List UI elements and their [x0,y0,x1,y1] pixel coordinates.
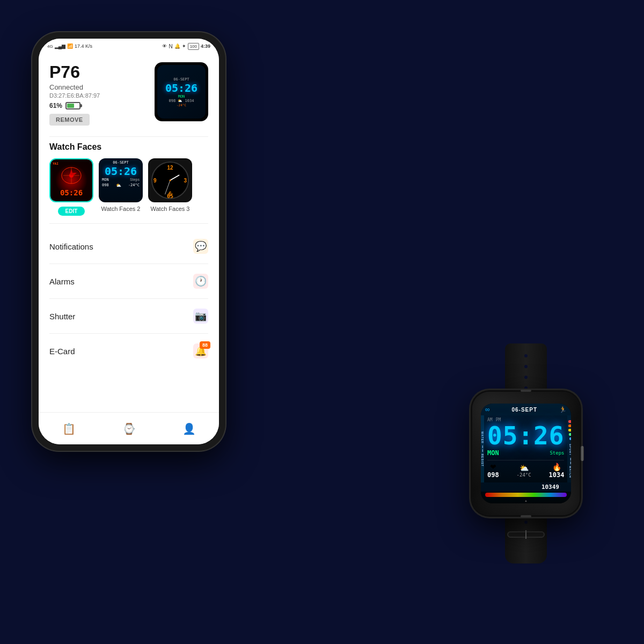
watch-faces-title: Watch Faces [49,142,208,152]
temperature-display: -24°C [517,472,531,478]
nav-item-profile[interactable]: 👤 [172,419,207,438]
band-hole-7 [524,521,528,524]
ecard-menu-item[interactable]: E-Card 🔔 88 [49,334,208,368]
bar-5 [569,437,571,440]
face-2-bg: 06-SEPT 05:26 MON Steps 098 ⛅ -24°C [99,158,143,202]
watch-face-3[interactable]: 12 3 6 9 65 Watch Faces 3 [148,158,192,216]
watch-face-image-3: 12 3 6 9 65 [148,158,192,202]
sport-watch-text: SPORT ❙❙ WATCH [569,444,571,478]
day-steps-row: MON Steps [487,449,564,457]
shutter-label: Shutter [49,312,75,321]
day-display: MON [487,449,499,457]
signal-bars: ▂▄▆ [55,43,65,49]
face-2-time: 05:26 [99,166,143,177]
watch-nav-icon: ⌚ [122,422,136,435]
analog-3: 3 [184,178,187,184]
eye-icon: 👁 [162,43,167,49]
energy-icon: 🔥 [552,463,561,471]
clock-display: 4:39 [201,43,210,49]
nav-item-list[interactable]: 📋 [52,419,86,438]
status-bar: 4G ▂▄▆ 📶 17.4 K/s 👁 N 🔔 ✦ 100 4:39 [39,39,219,54]
app-content: P76 Connected D3:27:E6:BA:87:97 61% REMO… [39,54,219,412]
steps-count-bar: 10349 [481,482,571,492]
wifi-icon: 📶 [67,43,73,49]
heart-rate-value: 098 [487,471,499,479]
alarm-icon: 🔔 [174,43,180,49]
shutter-icon: 📷 [193,309,208,324]
bottom-indicator [521,515,531,517]
band-buckle [507,531,545,538]
data-speed: 17.4 K/s [75,43,92,49]
watch-face-label-3: Watch Faces 3 [151,206,190,212]
watch-screen: ∞ 06-SEPT 🏃 WATER ❙❙ RESIST AM PM [481,404,571,503]
battery-percentage: 61% [49,102,62,109]
battery-row: 61% [49,102,149,109]
battery-status: 100 [188,43,199,50]
analog-9: 9 [153,178,157,184]
link-icon: ∞ [485,406,490,413]
thumbnail-image: 06-SEPT 05:26 MON 098 ⛅ 1034 -24°C [157,65,206,119]
hour-hand [170,174,180,181]
face-3-bg: 12 3 6 9 65 [148,158,192,202]
top-indicator [521,390,531,392]
screen-top-bar: ∞ 06-SEPT 🏃 [481,404,571,415]
edit-badge[interactable]: EDIT [58,207,85,216]
watch-faces-row: YAI 05:26 EDIT [49,158,208,216]
battery-icon [65,102,80,109]
profile-nav-icon: 👤 [182,422,196,435]
divider-2 [49,223,208,224]
watch-face-1[interactable]: YAI 05:26 EDIT [49,158,93,216]
face-2-date: 06-SEPT [99,160,143,165]
shutter-menu-item[interactable]: Shutter 📷 [49,299,208,334]
heart-metric: ❤ 098 [487,463,499,479]
remove-button[interactable]: REMOVE [49,114,90,126]
bluetooth-icon: ✦ [182,43,186,49]
watch-face-label-2: Watch Faces 2 [101,206,141,212]
device-name: P76 [49,62,149,82]
device-info: P76 Connected D3:27:E6:BA:87:97 61% REMO… [49,62,149,126]
watch-case: ∞ 06-SEPT 🏃 WATER ❙❙ RESIST AM PM [472,392,580,515]
bar-4 [569,433,571,436]
energy-value: 1034 [549,471,565,479]
notifications-menu-item[interactable]: Notifications 💬 [49,229,208,264]
nav-item-watch[interactable]: ⌚ [112,419,147,438]
screen-center: AM PM 05:26 MON Steps ❤ 098 [484,415,567,482]
ecard-label: E-Card [49,347,75,356]
notifications-label: Notifications [49,242,93,251]
alarms-icon: 🕐 [193,274,208,289]
right-sidebar: SPORT ❙❙ WATCH [567,415,571,482]
bar-2 [568,425,571,427]
heart-icon: ❤ [490,463,496,471]
device-mac: D3:27:E6:BA:87:97 [49,92,149,99]
network-indicator: 4G [47,44,53,49]
bar-1 [568,420,571,423]
list-nav-icon: 📋 [62,422,76,435]
weather-metric: ⛅ -24°C [517,464,531,478]
metrics-row: ❤ 098 ⛅ -24°C 🔥 1034 [487,460,564,479]
buckle-pin [525,530,526,539]
phone-mockup: 4G ▂▄▆ 📶 17.4 K/s 👁 N 🔔 ✦ 100 4:39 P76 C… [32,32,225,451]
bottom-indicators: ▲ [481,498,571,503]
weather-icon: ⛅ [519,464,529,472]
analog-time-display: 65 [148,193,192,199]
watch-face-image-1: YAI 05:26 [49,158,93,202]
status-right: 👁 N 🔔 ✦ 100 4:39 [162,43,210,50]
date-display: 06-SEPT [511,407,537,413]
watch-face-image-2: 06-SEPT 05:26 MON Steps 098 ⛅ -24°C [99,158,143,202]
notification-count-badge: 88 [200,341,210,349]
ecard-icon-wrapper: 🔔 88 [193,343,208,358]
alarms-label: Alarms [49,277,75,286]
screen-content: ∞ 06-SEPT 🏃 WATER ❙❙ RESIST AM PM [481,404,571,503]
rainbow-arc [485,493,567,497]
bar-3 [568,429,571,431]
face-2-bottom: 098 ⛅ -24°C [99,183,143,188]
activity-icon: 🏃 [559,406,567,413]
face-1-bg: YAI 05:26 [50,159,92,201]
analog-12: 12 [167,165,173,171]
watch-face-2[interactable]: 06-SEPT 05:26 MON Steps 098 ⛅ -24°C [99,158,143,216]
battery-fill [67,104,74,108]
face-2-metrics: MON Steps [99,178,143,182]
status-left: 4G ▂▄▆ 📶 17.4 K/s [47,43,92,49]
alarms-menu-item[interactable]: Alarms 🕐 [49,264,208,299]
band-hole-3 [524,376,528,379]
